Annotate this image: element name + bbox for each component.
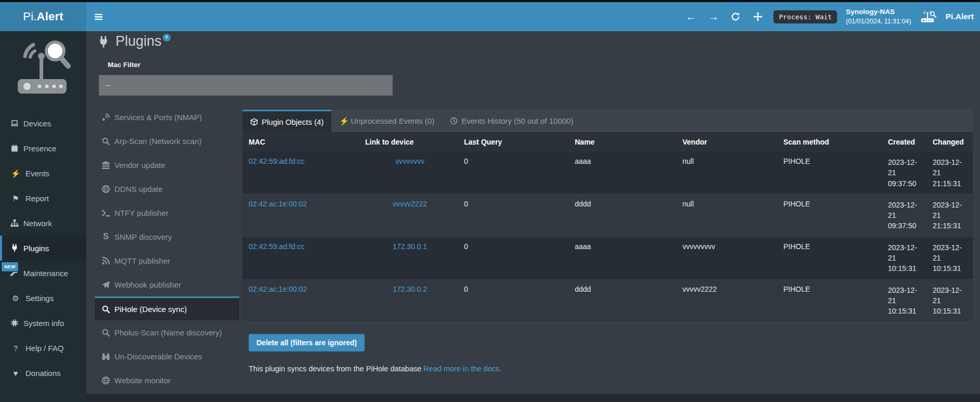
tab-unprocessed-events[interactable]: ⚡Unprocessed Events (0) [331, 110, 442, 132]
sidebar-item-network[interactable]: Network [0, 211, 86, 236]
mac-link[interactable]: 02:42:ac:1e:00:02 [249, 285, 307, 293]
back-arrow-icon[interactable]: ← [684, 10, 698, 23]
microchip-icon [10, 319, 19, 327]
created-cell: 2023-12-21 10:15:31 [882, 279, 926, 322]
topbar: Pi.Alert ← → Process: Wait Synology-NAS … [0, 2, 980, 31]
sidebar-item-devices[interactable]: Devices [0, 111, 86, 136]
cube-icon [250, 118, 258, 126]
search-icon [101, 328, 110, 337]
sidebar-item-donations[interactable]: ♥Donations [0, 360, 86, 385]
terminal-icon [101, 209, 110, 217]
plugin-nav-item-mqtt-publisher[interactable]: MQTT publisher [95, 249, 239, 273]
mac-link[interactable]: 02:42:59:ad:fd:cc [249, 157, 304, 165]
table-header-row: MAC Link to device Last Query Name Vendo… [242, 132, 973, 152]
device-link[interactable]: vvvvv2222 [393, 200, 427, 208]
sidebar-item-events[interactable]: ⚡Events [0, 161, 86, 186]
scan-method-cell: PIHOLE [777, 237, 882, 279]
plugin-nav-item-vendor-update[interactable]: Vendor update [95, 153, 239, 177]
sidebar: Devices Presence ⚡Events ⚑Report Network… [0, 31, 86, 402]
plugin-description: This plugin syncs devices from the PiHol… [249, 365, 973, 373]
move-icon[interactable] [751, 10, 765, 23]
bank-icon [101, 161, 110, 170]
col-header-created: Created [882, 132, 926, 152]
plugin-nav-item-services-ports[interactable]: Services & Ports (NMAP) [95, 105, 239, 129]
help-badge[interactable]: ? [163, 34, 171, 42]
plugin-nav-item-webhook-publisher[interactable]: Webhook publisher [95, 273, 239, 296]
name-cell: dddd [569, 194, 676, 237]
search-icon [101, 137, 110, 146]
mac-link[interactable]: 02:42:59:ad:fd:cc [249, 242, 304, 251]
mac-filter-input[interactable] [99, 75, 393, 96]
host-name: Synology-NAS [846, 7, 911, 17]
device-link[interactable]: 172.30.0.1 [393, 242, 427, 251]
refresh-icon[interactable] [729, 10, 742, 23]
hamburger-icon [94, 12, 103, 21]
router-logo-icon [920, 10, 937, 23]
scan-method-cell: PIHOLE [777, 194, 882, 237]
mac-filter-label: Mac Filter [108, 61, 140, 69]
table-row: 02:42:59:ad:fd:cc 172.30.0.1 0 aaaa vvvv… [242, 237, 973, 279]
plugin-nav-item-undiscoverable-devices[interactable]: Un-Discoverable Devices [95, 344, 239, 368]
rss-icon [101, 256, 110, 265]
last-query-cell: 0 [458, 194, 569, 237]
stripe-s-icon: S [101, 232, 110, 241]
sidebar-item-system-info[interactable]: System info [0, 310, 86, 335]
plugin-nav-item-website-monitor[interactable]: Website monitor [95, 368, 239, 392]
main-content: Plugins? Mac Filter Services & Ports (NM… [86, 31, 980, 402]
device-link[interactable]: vvvvvvvv [395, 157, 424, 165]
scan-method-cell: PIHOLE [777, 279, 882, 322]
plugin-nav-item-ddns-update[interactable]: DDNS update [95, 177, 239, 201]
sidebar-item-report[interactable]: ⚑Report [0, 186, 86, 211]
changed-cell: 2023-12-21 10:15:31 [926, 237, 973, 279]
sidebar-item-help-faq[interactable]: ?Help / FAQ [0, 335, 86, 360]
topbar-right: ← → Process: Wait Synology-NAS (01/01/20… [684, 2, 980, 31]
sidebar-item-presence[interactable]: Presence [0, 136, 86, 161]
search-icon [101, 305, 110, 314]
vendor-cell: null [676, 194, 777, 237]
delete-all-button[interactable]: Delete all (filters are ignored) [249, 334, 365, 352]
sidebar-item-settings[interactable]: ⚙Settings [0, 286, 86, 310]
changed-cell: 2023-12-21 21:15:31 [926, 152, 973, 194]
forward-arrow-icon[interactable]: → [706, 10, 720, 23]
col-header-last-query: Last Query [458, 132, 569, 152]
vendor-cell: vvvvvvvvv [676, 237, 777, 279]
plugin-nav-item-ntfy-publisher[interactable]: NTFY publisher [95, 201, 239, 225]
mac-link[interactable]: 02:42:ac:1e:00:02 [249, 200, 307, 208]
paper-plane-icon [101, 280, 110, 289]
plugin-nav-item-arp-scan[interactable]: Arp-Scan (Network scan) [95, 129, 239, 153]
scan-method-cell: PIHOLE [777, 152, 882, 194]
table-row: 02:42:ac:1e:00:02 172.30.0.2 0 dddd vvvv… [242, 279, 973, 322]
host-info: Synology-NAS (01/01/2024, 11:31:04) [846, 7, 911, 25]
docs-link[interactable]: Read more in the docs. [423, 365, 501, 373]
plugin-nav-item-pholus-scan[interactable]: Pholus-Scan (Name discovery) [95, 320, 239, 344]
plugin-nav-item-pihole[interactable]: PiHole (Device sync) [95, 296, 239, 320]
satellite-dish-icon [101, 113, 110, 122]
tab-events-history[interactable]: Events History (50 out of 10000) [442, 110, 581, 132]
sidebar-item-plugins[interactable]: Plugins [0, 236, 86, 261]
col-header-mac: MAC [242, 132, 359, 152]
brand-link[interactable]: Pi.Alert [0, 2, 86, 31]
plugin-tab-panel: Plugin Objects (4) ⚡Unprocessed Events (… [242, 110, 973, 322]
brand-prefix: Pi. [23, 10, 36, 23]
process-status-badge: Process: Wait [773, 10, 837, 23]
plugin-objects-table: MAC Link to device Last Query Name Vendo… [242, 132, 973, 322]
device-link[interactable]: 172.30.0.2 [393, 285, 427, 293]
new-badge: NEW [1, 262, 19, 272]
col-header-changed: Changed [926, 132, 973, 152]
question-icon: ? [10, 344, 21, 352]
last-query-cell: 0 [458, 152, 569, 194]
page-header: Plugins? [97, 34, 171, 49]
globe-icon [101, 376, 110, 385]
vendor-cell: vvvvv2222 [676, 279, 777, 322]
sidebar-toggle-button[interactable] [86, 2, 110, 31]
binoculars-icon [101, 352, 110, 361]
col-header-scan-method: Scan method [777, 132, 882, 152]
plugin-nav-item-snmp-discovery[interactable]: SSNMP discovery [95, 225, 239, 249]
tab-plugin-objects[interactable]: Plugin Objects (4) [242, 110, 331, 132]
host-timestamp: (01/01/2024, 11:31:04) [846, 17, 911, 26]
vendor-cell: null [676, 152, 777, 194]
plug-icon [97, 36, 110, 48]
plug-icon [10, 244, 19, 252]
globe-icon [101, 185, 110, 193]
calendar-icon [10, 144, 19, 152]
